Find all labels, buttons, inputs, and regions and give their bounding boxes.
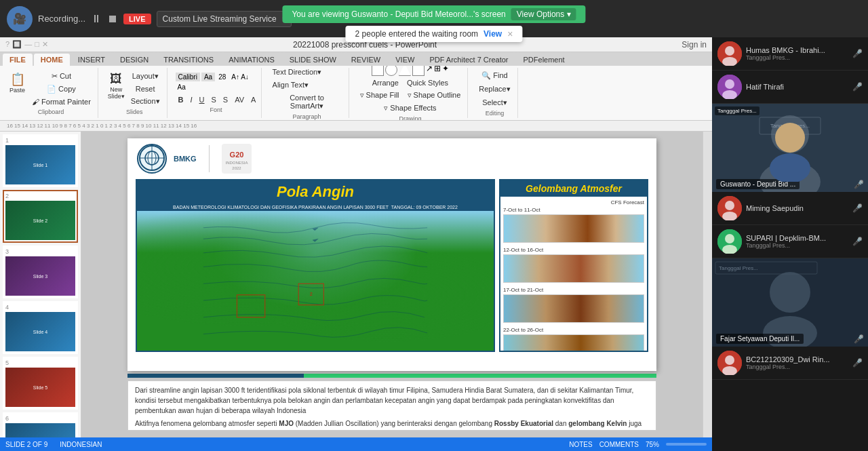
cut-button[interactable]: ✂ Cut xyxy=(29,71,94,82)
section-button[interactable]: Section▾ xyxy=(128,96,163,107)
fajar-video-container[interactable]: Tangggal Pres... Fajar Setyawan Deputi I… xyxy=(712,258,868,347)
live-badge: LIVE xyxy=(123,14,151,24)
tab-insert[interactable]: INSERT xyxy=(71,54,112,66)
text-direction-button[interactable]: Text Direction▾ xyxy=(270,66,325,78)
tab-review[interactable]: REVIEW xyxy=(344,54,387,66)
underline-button[interactable]: U xyxy=(197,94,208,105)
stop-button[interactable]: ⏹ xyxy=(107,13,118,25)
font-color-button[interactable]: A xyxy=(248,94,258,105)
find-button[interactable]: 🔍 Find xyxy=(476,70,513,81)
featured-participant-guswanto[interactable]: Tangggal Pres... Guswanto - Deputi Bid .… xyxy=(712,104,868,192)
notes-label[interactable]: NOTES xyxy=(569,441,592,448)
svg-point-30 xyxy=(725,234,734,243)
tab-pdfelement[interactable]: PDFelement xyxy=(517,54,572,66)
participant-info-miming: Miming Saepudin xyxy=(746,204,848,212)
gelombang-box: Gelombang Atmosfer CFS Forecast 7-Oct to… xyxy=(499,179,648,352)
ruler: 16 15 14 13 12 11 10 9 8 7 6 5 4 3 2 1 0… xyxy=(0,121,712,132)
participant-info-humas: Humas BMKG - Ibrahi... Tangggal Pres... xyxy=(746,46,848,61)
streaming-dropdown-wrap[interactable]: Custom Live Streaming Service xyxy=(157,11,292,27)
shadow-button[interactable]: S xyxy=(220,94,231,105)
participant-row-bc[interactable]: BC212120309_Dwi Rin... Tangggal Pres... … xyxy=(712,347,868,380)
tab-home[interactable]: HOME xyxy=(34,54,70,66)
streaming-dropdown[interactable]: Custom Live Streaming Service xyxy=(157,11,292,27)
tab-animations[interactable]: ANIMATIONS xyxy=(222,54,281,66)
close-notification-button[interactable]: × xyxy=(507,28,513,39)
comments-label[interactable]: COMMENTS xyxy=(599,441,639,448)
pola-angin-header: BADAN METEOROLOGI KLIMATOLOGI DAN GEOFIS… xyxy=(137,203,494,211)
strikethrough-button[interactable]: S xyxy=(209,94,219,105)
svg-point-23 xyxy=(775,123,805,153)
svg-point-38 xyxy=(725,355,734,365)
slide-thumb-3[interactable]: 3Slide 3 xyxy=(3,246,78,298)
view-waiting-link[interactable]: View xyxy=(484,29,502,39)
shape-outline-button[interactable]: ▿ Shape Outline xyxy=(405,90,464,101)
zoom-slider[interactable] xyxy=(666,443,707,446)
slide-thumb-6[interactable]: 6Slide 6 xyxy=(3,412,78,437)
arrange-button[interactable]: Arrange xyxy=(370,77,401,88)
shape-effects-button[interactable]: ▿ Shape Effects xyxy=(381,102,439,114)
tab-view[interactable]: VIEW xyxy=(389,54,421,66)
slides-label: Slides xyxy=(126,109,143,115)
cfs-label: CFS Forecast xyxy=(503,199,644,205)
main-layout: ? 🔲 — □ ✕ 20221008 pressconf cuels - Pow… xyxy=(0,37,868,451)
format-painter-button[interactable]: 🖌 Format Painter xyxy=(29,96,94,107)
tab-transitions[interactable]: TRANSITIONS xyxy=(157,54,220,66)
select-button[interactable]: Select▾ xyxy=(476,97,513,109)
participant-row-supari[interactable]: SUPARI | Depklim-BM... Tangggal Pres... … xyxy=(712,225,868,258)
bmkg-logo-circle xyxy=(137,144,167,174)
svg-point-27 xyxy=(725,201,734,210)
tab-file[interactable]: FILE xyxy=(3,54,33,66)
participant-row-humas[interactable]: Humas BMKG - Ibrahi... Tangggal Pres... … xyxy=(712,37,868,71)
viewing-notification: You are viewing Guswanto - Deputi Bid Me… xyxy=(282,5,585,23)
progress-blue xyxy=(127,374,304,378)
svg-rect-9 xyxy=(237,295,264,317)
notifications: You are viewing Guswanto - Deputi Bid Me… xyxy=(282,5,585,42)
italic-button[interactable]: I xyxy=(188,94,195,105)
reset-button[interactable]: Reset xyxy=(128,83,163,94)
align-text-button[interactable]: Align Text▾ xyxy=(270,79,312,91)
convert-smartart-button[interactable]: Convert to SmartArt▾ xyxy=(270,92,344,112)
shape-fill-button[interactable]: ▿ Shape Fill xyxy=(357,90,402,101)
new-slide-button[interactable]: 🖼NewSlide▾ xyxy=(106,71,126,107)
svg-text:Tangggal Pres...: Tangggal Pres... xyxy=(719,265,758,271)
pola-angin-box: Pola Angin BADAN METEOROLOGI KLIMATOLOGI… xyxy=(136,179,495,352)
clipboard-label: Clipboard xyxy=(38,109,64,115)
paste-button[interactable]: 📋Paste xyxy=(8,71,26,107)
replace-button[interactable]: Replace▾ xyxy=(476,83,513,95)
paragraph-label: Paragraph xyxy=(293,113,321,120)
slide-thumb-2[interactable]: 2Slide 2 xyxy=(3,190,78,243)
mic-icon-humas: 🎤 xyxy=(852,49,863,58)
tab-pdf-architect[interactable]: PDF Architect 7 Creator xyxy=(422,54,515,66)
mic-icon-fajar: 🎤 xyxy=(854,334,864,344)
char-spacing-button[interactable]: AV xyxy=(232,94,247,105)
slide-header: BMKG G20 INDONESIA 2022 xyxy=(127,138,656,179)
copy-button[interactable]: 📄 Copy xyxy=(29,83,94,95)
view-options-button[interactable]: View Options ▾ xyxy=(511,8,576,20)
layout-button[interactable]: Layout▾ xyxy=(128,71,163,82)
gelombang-row-1: 7-Oct to 11-Oct xyxy=(503,207,644,243)
slide-thumb-5[interactable]: 5Slide 5 xyxy=(3,357,78,410)
tab-design[interactable]: DESIGN xyxy=(113,54,155,66)
gelombang-row-2: 12-Oct to 16-Oct xyxy=(503,247,644,283)
vertical-scrollbar[interactable] xyxy=(703,132,712,437)
ppt-ribbon: FILE HOME INSERT DESIGN TRANSITIONS ANIM… xyxy=(0,52,712,121)
participant-row-miming[interactable]: Miming Saepudin 🎤 xyxy=(712,192,868,225)
sign-in-link[interactable]: Sign in xyxy=(682,40,707,50)
participant-row-hatif[interactable]: Hatif Thirafi 🎤 xyxy=(712,71,868,104)
notes-area: Dari streamline angin lapisan 3000 ft te… xyxy=(127,380,656,431)
gelombang-title: Gelombang Atmosfer xyxy=(500,180,647,197)
ribbon-group-editing: 🔍 Find Replace▾ Select▾ Editing xyxy=(472,68,517,118)
gelombang-date-4: 22-Oct to 26-Oct xyxy=(503,327,644,333)
slide-panel: 1Slide 1 2Slide 2 3Slide 3 4Slide 4 5Sli… xyxy=(0,132,81,437)
participant-avatar-supari xyxy=(717,229,742,254)
slide-thumb-4[interactable]: 4Slide 4 xyxy=(3,301,78,354)
mic-icon-miming: 🎤 xyxy=(852,203,863,213)
slide-thumb-1[interactable]: 1Slide 1 xyxy=(3,134,78,187)
tab-slideshow[interactable]: SLIDE SHOW xyxy=(283,54,343,66)
ribbon-tabs: FILE HOME INSERT DESIGN TRANSITIONS ANIM… xyxy=(0,52,712,66)
bold-button[interactable]: B xyxy=(176,94,186,105)
pause-button[interactable]: ⏸ xyxy=(91,13,102,25)
quick-styles-button[interactable]: Quick Styles xyxy=(404,77,451,88)
participant-avatar-humas xyxy=(717,41,742,66)
svg-text:2022: 2022 xyxy=(232,166,241,170)
